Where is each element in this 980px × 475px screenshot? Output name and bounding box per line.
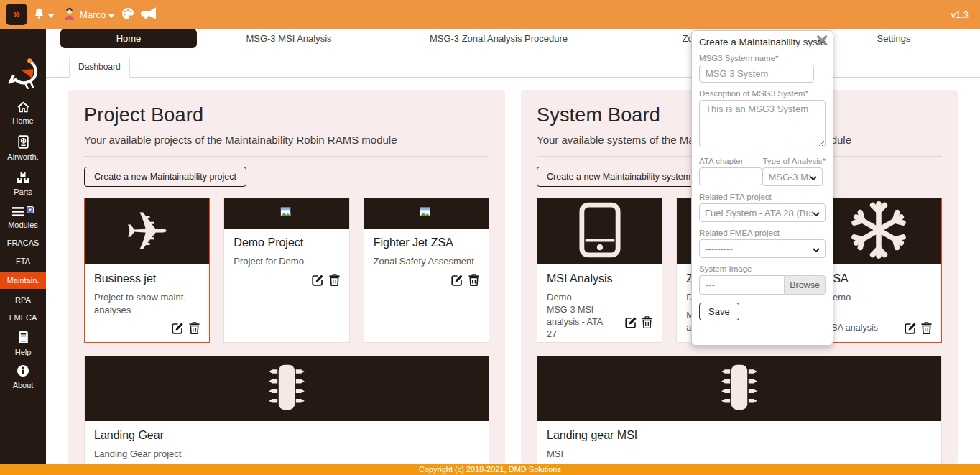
system-image-label: System Image: [699, 264, 826, 273]
trash-icon[interactable]: [189, 322, 200, 334]
system-description-textarea[interactable]: This is an MSG3 System: [699, 100, 826, 147]
edit-icon[interactable]: [905, 322, 917, 334]
create-system-button[interactable]: Create a new Maintainability system: [537, 167, 701, 187]
chevron-down-icon: [48, 9, 54, 20]
sidebar-nav: Home Airworth. Parts Modules: [0, 89, 46, 389]
palette-icon: [121, 6, 135, 23]
tabs-divider: [46, 77, 980, 78]
boxes-icon: [17, 171, 29, 185]
analysis-type-label: Type of Analysis*: [762, 157, 826, 165]
copyright-label: Copyright (c) 2018-2021, DMD Solutions: [419, 465, 561, 474]
passport-icon: [18, 135, 29, 150]
book-icon: [18, 331, 29, 346]
divider: [84, 156, 489, 157]
save-button[interactable]: Save: [699, 303, 739, 320]
chevron-down-icon: [108, 9, 114, 20]
sidebar-item-airworthiness[interactable]: Airworth.: [0, 135, 46, 161]
card-description: Demo: [547, 291, 652, 304]
notifications-menu[interactable]: [33, 0, 54, 29]
system-name-label: MSG3 System name*: [699, 54, 826, 63]
sidebar-item-about[interactable]: About: [0, 364, 46, 389]
sidebar-item-fmeca[interactable]: FMECA: [0, 313, 46, 322]
sidebar-expand-icon[interactable]: »: [6, 4, 27, 25]
project-card-landing-gear[interactable]: Landing Gear Landing Gear project: [84, 356, 489, 464]
sidebar-item-home[interactable]: Home: [0, 101, 46, 125]
plane-icon: ✈: [125, 205, 170, 258]
system-card-landing-gear-msi[interactable]: Landing gear MSI MSI: [537, 356, 942, 464]
related-fmea-select[interactable]: ---------: [699, 239, 826, 258]
announcements-button[interactable]: [141, 0, 157, 29]
microchip-icon: [258, 361, 315, 416]
project-board-subtitle: Your available projects of the Maintaina…: [84, 134, 489, 146]
sidebar-item-fracas[interactable]: FRACAS: [0, 239, 46, 247]
broken-image-icon: [280, 206, 293, 221]
trash-icon[interactable]: [642, 316, 652, 328]
chevron-down-icon: [813, 244, 820, 254]
tab-msg3-zonal-analysis-procedure[interactable]: MSG-3 Zonal Analysis Procedure: [405, 29, 592, 48]
system-description-label: Description of MSG3 System*: [699, 89, 826, 98]
trash-icon[interactable]: [468, 274, 479, 286]
sidebar-item-maintain[interactable]: Maintain.: [0, 272, 46, 289]
tab-msg3-msi-analysis[interactable]: MSG-3 MSI Analysis: [217, 29, 361, 48]
username-label: Marco: [80, 9, 106, 20]
related-fta-select[interactable]: Fuel System - ATA 28 (Business jet): [699, 203, 826, 222]
browse-button[interactable]: Browse: [784, 275, 826, 295]
sidebar-item-help[interactable]: Help: [0, 331, 46, 356]
system-name-input[interactable]: [699, 65, 814, 83]
modal-title: Create a Maintainability system: [699, 37, 826, 47]
create-project-button[interactable]: Create a new Maintainability project: [84, 167, 246, 187]
chevron-down-icon: [813, 208, 820, 218]
project-card-fighter-jet-zsa[interactable]: Fighter Jet ZSA Zonal Safety Assesment: [364, 198, 489, 343]
project-board-panel: Project Board Your available projects of…: [68, 90, 505, 464]
sidebar-item-rpa[interactable]: RPA: [0, 295, 46, 304]
card-title: Demo Project: [234, 236, 339, 249]
project-board-title: Project Board: [84, 104, 489, 126]
theme-button[interactable]: [121, 0, 135, 29]
card-meta: MSG-3 MSI analysis - ATA 27: [547, 304, 612, 341]
related-fmea-label: Related FMEA project: [699, 229, 826, 237]
version-label: v1.3: [951, 0, 969, 29]
tablet-icon: [579, 202, 621, 261]
create-system-modal: Create a Maintainability system ✕ MSG3 S…: [691, 30, 833, 346]
card-description: Landing Gear project: [94, 448, 479, 461]
trash-icon[interactable]: [329, 274, 340, 286]
card-description: Project for Demo: [234, 255, 339, 268]
close-icon[interactable]: ✕: [815, 31, 829, 52]
project-card-demo-project[interactable]: Demo Project Project for Demo: [223, 198, 349, 343]
user-menu[interactable]: Marco: [62, 0, 114, 29]
card-description: Demo: [826, 291, 932, 304]
edit-icon[interactable]: [625, 316, 637, 328]
system-card-msi-analysis[interactable]: MSI Analysis Demo MSG-3 MSI analysis - A…: [537, 198, 662, 343]
card-meta: ZSA analysis: [826, 322, 892, 334]
card-description: Zonal Safety Assesment: [374, 255, 479, 268]
broken-image-icon: [420, 206, 433, 221]
system-image-input[interactable]: [699, 275, 784, 295]
tab-settings[interactable]: Settings: [858, 29, 930, 48]
card-title: MSI Analysis: [547, 272, 652, 285]
snowflake-icon: [849, 200, 909, 263]
tab-home[interactable]: Home: [60, 29, 197, 48]
card-title: Business jet: [94, 272, 200, 285]
related-fta-label: Related FTA project: [699, 193, 826, 201]
bell-icon: [33, 7, 45, 22]
card-title: ZSA: [826, 272, 932, 285]
sidebar-item-fta[interactable]: FTA: [0, 257, 46, 265]
project-card-business-jet[interactable]: ✈ Business jet Project to show maint. an…: [84, 198, 210, 343]
sidebar-item-parts[interactable]: Parts: [0, 171, 46, 196]
card-title: Fighter Jet ZSA: [374, 236, 479, 249]
analysis-type-select[interactable]: MSG-3 MSI: [762, 167, 823, 186]
sidebar-item-modules[interactable]: Modules: [0, 206, 46, 229]
sidebar: Home Airworth. Parts Modules: [0, 29, 46, 464]
main-content: Home MSG-3 MSI Analysis MSG-3 Zonal Anal…: [46, 29, 980, 464]
info-icon: [17, 364, 29, 379]
edit-icon[interactable]: [451, 274, 463, 286]
ata-chapter-input[interactable]: [699, 167, 762, 185]
card-title: Landing gear MSI: [547, 429, 932, 442]
system-card-zsa[interactable]: ZSA Demo ZSA analysis: [816, 198, 942, 343]
top-bar: » Marco v1.3: [0, 0, 980, 29]
trash-icon[interactable]: [921, 322, 932, 334]
robin-logo: [6, 53, 40, 89]
edit-icon[interactable]: [312, 274, 324, 286]
tab-dashboard[interactable]: Dashboard: [69, 57, 130, 78]
edit-icon[interactable]: [172, 322, 184, 334]
